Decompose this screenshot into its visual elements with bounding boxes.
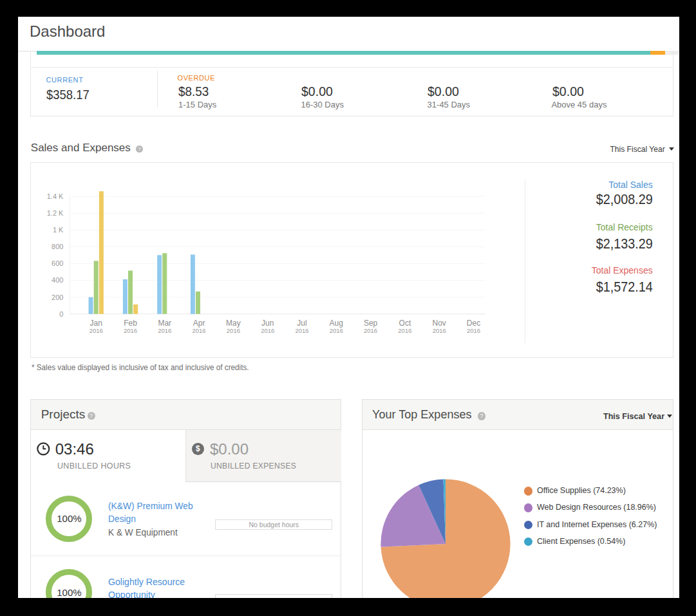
svg-text:Sep: Sep (364, 319, 378, 328)
svg-text:2016: 2016 (158, 327, 172, 334)
svg-text:2016: 2016 (433, 327, 446, 334)
svg-text:2016: 2016 (364, 327, 377, 334)
svg-text:Oct: Oct (399, 319, 411, 328)
svg-text:1 K: 1 K (53, 226, 64, 234)
svg-text:Apr: Apr (193, 319, 205, 328)
svg-text:1.2 K: 1.2 K (47, 209, 64, 217)
svg-text:2016: 2016 (330, 327, 343, 334)
svg-text:Jan: Jan (90, 319, 102, 328)
svg-text:Aug: Aug (330, 319, 343, 328)
svg-text:2016: 2016 (296, 327, 309, 334)
svg-text:May: May (226, 319, 241, 328)
svg-text:2016: 2016 (227, 327, 240, 334)
svg-text:2016: 2016 (467, 327, 480, 334)
svg-text:Mar: Mar (158, 319, 172, 328)
svg-text:2016: 2016 (124, 327, 137, 334)
svg-text:400: 400 (52, 277, 63, 285)
svg-text:2016: 2016 (261, 327, 275, 334)
svg-text:Feb: Feb (124, 319, 138, 328)
svg-text:2016: 2016 (193, 327, 206, 334)
svg-text:0: 0 (60, 310, 64, 318)
svg-text:600: 600 (52, 260, 63, 268)
svg-text:2016: 2016 (399, 327, 412, 334)
svg-text:800: 800 (52, 243, 63, 251)
svg-text:Dec: Dec (467, 319, 480, 328)
svg-text:Jul: Jul (297, 319, 307, 328)
svg-text:Nov: Nov (433, 319, 446, 328)
svg-text:200: 200 (52, 294, 63, 301)
svg-text:1.4 K: 1.4 K (47, 192, 64, 200)
svg-text:2016: 2016 (89, 327, 103, 334)
svg-text:Jun: Jun (261, 319, 274, 328)
